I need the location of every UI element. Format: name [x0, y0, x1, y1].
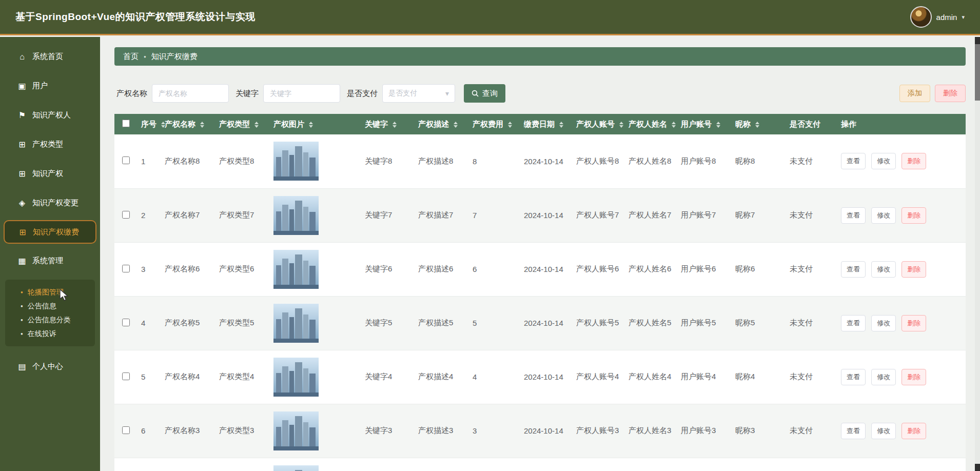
cell-user-account: 用户账号4: [677, 350, 731, 404]
table-row[interactable]: 1 产权名称8 产权类型8 关键字8 产权描述8 8 2024-10-14 产权…: [114, 134, 966, 188]
cell-actions: 查看 修改 删除: [837, 458, 966, 471]
edit-button[interactable]: 修改: [871, 261, 896, 278]
delete-row-button[interactable]: 删除: [901, 207, 926, 224]
table-row[interactable]: 5 产权名称4 产权类型4 关键字4 产权描述4 4 2024-10-14 产权…: [114, 350, 966, 404]
column-header-7[interactable]: 缴费日期: [520, 114, 572, 134]
sidebar-item-0[interactable]: ⌂ 系统首页: [0, 42, 100, 71]
sort-icon[interactable]: [508, 122, 512, 128]
sidebar-item-profile[interactable]: ▤ 个人中心: [0, 354, 100, 379]
sidebar-item-2[interactable]: ⚑ 知识产权人: [0, 101, 100, 130]
property-image[interactable]: [273, 250, 319, 289]
delete-row-button[interactable]: 删除: [901, 153, 926, 169]
column-header-5[interactable]: 产权描述: [414, 114, 468, 134]
property-image[interactable]: [273, 142, 319, 181]
name-filter-input[interactable]: [152, 84, 229, 103]
property-image[interactable]: [273, 358, 319, 397]
sort-icon[interactable]: [619, 122, 623, 128]
sort-icon[interactable]: [454, 122, 458, 128]
column-header-13[interactable]: 操作: [837, 114, 966, 134]
sort-icon[interactable]: [309, 122, 313, 128]
cell-image: [269, 404, 361, 458]
submenu-item-2[interactable]: ● 公告信息分类: [5, 313, 95, 327]
user-menu[interactable]: admin ▾: [910, 6, 965, 28]
property-image[interactable]: [273, 304, 319, 343]
sort-icon[interactable]: [672, 122, 676, 128]
table-row[interactable]: 4 产权名称5 产权类型5 关键字5 产权描述5 5 2024-10-14 产权…: [114, 296, 966, 350]
submenu-item-1[interactable]: ● 公告信息: [5, 299, 95, 313]
delete-row-button[interactable]: 删除: [901, 315, 926, 331]
sidebar-item-label: 产权类型: [32, 140, 63, 149]
row-checkbox[interactable]: [122, 211, 130, 219]
column-header-12[interactable]: 是否支付: [786, 114, 837, 134]
delete-row-button[interactable]: 删除: [901, 369, 926, 385]
sidebar-item-5[interactable]: ◈ 知识产权变更: [0, 188, 100, 218]
sort-icon[interactable]: [393, 122, 397, 128]
sort-icon[interactable]: [254, 122, 259, 128]
row-checkbox[interactable]: [122, 319, 130, 326]
view-button[interactable]: 查看: [841, 315, 866, 331]
cell-nickname: 昵称4: [731, 350, 786, 404]
column-header-6[interactable]: 产权费用: [468, 114, 520, 134]
delete-button[interactable]: 删除: [935, 85, 966, 102]
table-row[interactable]: 6 产权名称3 产权类型3 关键字3 产权描述3 3 2024-10-14 产权…: [114, 404, 966, 458]
view-button[interactable]: 查看: [841, 261, 866, 278]
property-image[interactable]: [273, 465, 319, 471]
avatar[interactable]: [910, 6, 932, 28]
sort-icon[interactable]: [200, 122, 204, 128]
column-header-10[interactable]: 用户账号: [677, 114, 731, 134]
cell-fee: 6: [468, 242, 520, 296]
scroll-up-icon[interactable]: [975, 37, 980, 44]
delete-row-button[interactable]: 删除: [901, 423, 926, 439]
vertical-scrollbar[interactable]: [975, 37, 980, 471]
search-button[interactable]: 查询: [464, 84, 505, 103]
breadcrumb-home[interactable]: 首页: [123, 52, 139, 62]
view-button[interactable]: 查看: [841, 423, 866, 439]
property-image[interactable]: [273, 196, 319, 235]
sort-icon[interactable]: [716, 122, 720, 128]
cell-user-account: 用户账号2: [677, 458, 731, 471]
table-row[interactable]: 2 产权名称7 产权类型7 关键字7 产权描述7 7 2024-10-14 产权…: [114, 188, 966, 242]
cell-paid: 未支付: [786, 242, 837, 296]
sidebar-item-1[interactable]: ▣ 用户: [0, 71, 100, 101]
row-checkbox[interactable]: [122, 156, 130, 164]
row-checkbox[interactable]: [122, 372, 130, 380]
edit-button[interactable]: 修改: [871, 423, 896, 439]
delete-row-button[interactable]: 删除: [901, 261, 926, 278]
row-checkbox[interactable]: [122, 265, 130, 272]
keyword-filter-input[interactable]: [263, 84, 340, 103]
column-header-4[interactable]: 关键字: [361, 114, 414, 134]
submenu-item-3[interactable]: ● 在线投诉: [5, 327, 95, 341]
select-all-checkbox[interactable]: [122, 120, 130, 127]
view-button[interactable]: 查看: [841, 369, 866, 385]
sort-icon[interactable]: [755, 122, 759, 128]
property-image[interactable]: [273, 411, 319, 450]
sidebar-item-6[interactable]: ⊞ 知识产权缴费: [4, 220, 96, 244]
sidebar-item-3[interactable]: ⊞ 产权类型: [0, 130, 100, 159]
edit-button[interactable]: 修改: [871, 153, 896, 169]
sidebar-submenu: ● 轮播图管理 ● 公告信息 ● 公告信息分类 ● 在线投诉: [5, 280, 95, 346]
column-header-2[interactable]: 产权类型: [215, 114, 269, 134]
sort-icon[interactable]: [559, 122, 563, 128]
paid-filter-select[interactable]: 是否支付 ▾: [382, 84, 455, 103]
sidebar-item-7[interactable]: ▦ 系统管理: [0, 246, 100, 276]
submenu-item-0[interactable]: ● 轮播图管理: [5, 285, 95, 299]
sidebar-item-4[interactable]: ⊞ 知识产权: [0, 159, 100, 188]
column-header-3[interactable]: 产权图片: [269, 114, 361, 134]
paid-filter-label: 是否支付: [347, 89, 378, 99]
column-header-9[interactable]: 产权人姓名: [624, 114, 677, 134]
table-row[interactable]: 3 产权名称6 产权类型6 关键字6 产权描述6 6 2024-10-14 产权…: [114, 242, 966, 296]
edit-button[interactable]: 修改: [871, 207, 896, 224]
add-button[interactable]: 添加: [899, 85, 930, 102]
edit-button[interactable]: 修改: [871, 369, 896, 385]
column-header-0[interactable]: 序号: [137, 114, 161, 134]
view-button[interactable]: 查看: [841, 207, 866, 224]
column-header-11[interactable]: 昵称: [731, 114, 786, 134]
table-row[interactable]: 7 产权名称2 产权类型2 关键字2 产权描述2 2 2024-10-14 产权…: [114, 458, 966, 471]
column-header-1[interactable]: 产权名称: [161, 114, 215, 134]
column-header-8[interactable]: 产权人账号: [572, 114, 624, 134]
scrollbar-thumb[interactable]: [975, 44, 980, 101]
row-checkbox[interactable]: [122, 426, 130, 434]
edit-button[interactable]: 修改: [871, 315, 896, 331]
scroll-down-icon[interactable]: [975, 464, 980, 471]
view-button[interactable]: 查看: [841, 153, 866, 169]
